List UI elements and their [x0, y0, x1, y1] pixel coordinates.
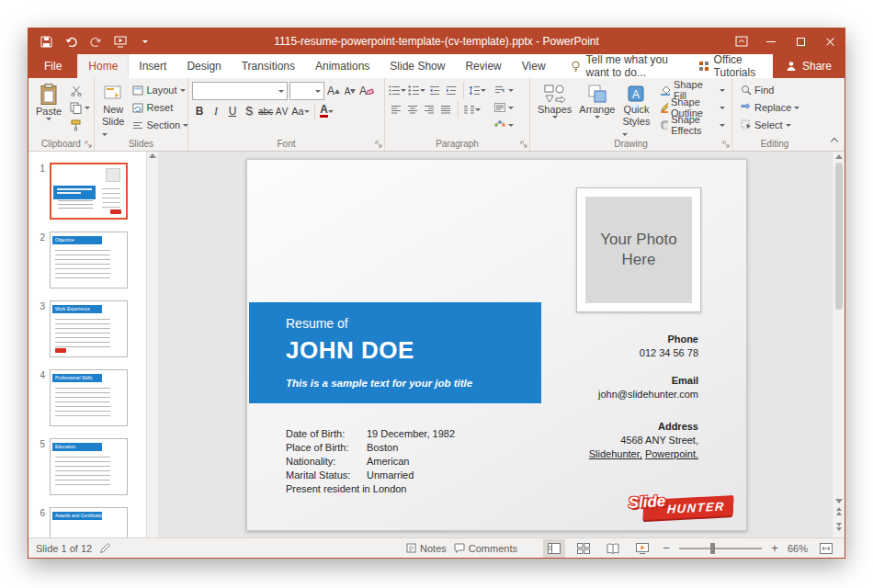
- convert-to-smartart-button[interactable]: [492, 117, 516, 133]
- justify-button[interactable]: [438, 101, 453, 118]
- customize-qat-icon[interactable]: [137, 33, 153, 50]
- vertical-scrollbar[interactable]: [832, 152, 845, 537]
- powerpoint-link[interactable]: Powerpoint.: [645, 448, 698, 459]
- clipboard-dialog-launcher-icon[interactable]: [85, 141, 92, 148]
- replace-button[interactable]: Replace: [738, 99, 802, 116]
- thumbnail-slide-5[interactable]: Education: [50, 438, 128, 495]
- slide-sorter-view-button[interactable]: [573, 539, 595, 558]
- thumbnail-item-2[interactable]: 2 Objective: [38, 232, 141, 288]
- previous-slide-button[interactable]: [836, 503, 842, 519]
- scrollbar-thumb[interactable]: [835, 163, 843, 310]
- notes-button[interactable]: Notes: [406, 543, 447, 554]
- font-color-button[interactable]: A: [320, 103, 334, 119]
- increase-font-size-button[interactable]: A: [326, 83, 341, 99]
- tab-insert[interactable]: Insert: [129, 54, 176, 78]
- columns-button[interactable]: [463, 101, 481, 118]
- minimize-button[interactable]: [756, 28, 786, 54]
- bold-button[interactable]: B: [192, 103, 207, 119]
- zoom-slider-handle[interactable]: [710, 543, 715, 554]
- numbering-button[interactable]: [408, 82, 425, 98]
- underline-button[interactable]: U: [225, 103, 240, 119]
- tab-design[interactable]: Design: [176, 54, 231, 78]
- redo-icon[interactable]: [87, 33, 104, 50]
- maximize-button[interactable]: [786, 28, 815, 54]
- change-case-button[interactable]: Aa: [291, 103, 309, 119]
- decrease-font-size-button[interactable]: A: [343, 83, 357, 99]
- ribbon-display-options-icon[interactable]: [727, 28, 756, 54]
- text-direction-button[interactable]: [492, 82, 516, 98]
- next-slide-button[interactable]: [836, 519, 842, 535]
- paragraph-dialog-launcher-icon[interactable]: [520, 141, 527, 148]
- office-tutorials-button[interactable]: Office Tutorials: [689, 54, 773, 78]
- layout-button[interactable]: Layout: [130, 82, 191, 98]
- thumbnail-slide-4[interactable]: Professional Skills: [50, 369, 128, 426]
- select-button[interactable]: Select: [738, 117, 802, 133]
- save-icon[interactable]: [38, 33, 54, 50]
- align-right-button[interactable]: [422, 101, 436, 118]
- shape-effects-button[interactable]: Shape Effects: [657, 117, 728, 133]
- thumbnail-item-1[interactable]: 1: [38, 163, 141, 220]
- scroll-up-icon[interactable]: [149, 153, 156, 158]
- slide[interactable]: Your Photo Here Resume of JOHN DOE This …: [246, 159, 747, 531]
- tab-view[interactable]: View: [512, 54, 556, 78]
- bullets-button[interactable]: [389, 82, 406, 98]
- normal-view-button[interactable]: [543, 539, 565, 558]
- thumbnail-slide-3[interactable]: Work Experience: [50, 300, 128, 357]
- zoom-in-button[interactable]: +: [769, 541, 780, 555]
- copy-button[interactable]: [67, 99, 93, 116]
- slide-show-button[interactable]: [631, 539, 653, 558]
- quick-styles-button[interactable]: A Quick Styles: [618, 82, 653, 141]
- slidehunter-link[interactable]: Slidehunter,: [589, 448, 642, 459]
- tell-me-box[interactable]: Tell me what you want to do...: [571, 54, 689, 78]
- thumbnail-item-6[interactable]: 6 Awards and Certifications: [38, 507, 141, 537]
- collapse-ribbon-icon[interactable]: [832, 131, 837, 148]
- contact-block[interactable]: Phone 012 34 56 78 Email john@slidehunte…: [589, 333, 698, 461]
- share-button[interactable]: Share: [773, 54, 845, 78]
- align-text-button[interactable]: [492, 99, 516, 116]
- section-button[interactable]: Section: [130, 117, 191, 133]
- title-banner[interactable]: Resume of JOHN DOE This is a sample text…: [249, 302, 541, 403]
- thumbnail-item-5[interactable]: 5 Education: [38, 438, 141, 495]
- thumbnail-slide-6[interactable]: Awards and Certifications: [50, 507, 128, 537]
- line-spacing-button[interactable]: [469, 82, 486, 98]
- thumbnail-item-4[interactable]: 4 Professional Skills: [38, 369, 141, 426]
- align-center-button[interactable]: [405, 101, 420, 118]
- clear-formatting-button[interactable]: A: [359, 83, 374, 99]
- start-from-beginning-icon[interactable]: [112, 33, 129, 50]
- thumbnail-slide-2[interactable]: Objective: [50, 232, 128, 288]
- reset-button[interactable]: Reset: [130, 99, 191, 116]
- tab-transitions[interactable]: Transitions: [232, 54, 305, 78]
- photo-placeholder[interactable]: Your Photo Here: [576, 187, 701, 312]
- italic-button[interactable]: I: [209, 103, 223, 119]
- format-painter-button[interactable]: [67, 117, 93, 133]
- ink-pen-icon[interactable]: [99, 542, 111, 554]
- find-button[interactable]: Find: [738, 82, 802, 98]
- decrease-indent-button[interactable]: [427, 82, 442, 98]
- new-slide-button[interactable]: New Slide: [98, 82, 128, 141]
- increase-indent-button[interactable]: [444, 82, 459, 98]
- tab-slide-show[interactable]: Slide Show: [380, 54, 455, 78]
- strikethrough-button[interactable]: abc: [258, 103, 273, 119]
- align-left-button[interactable]: [389, 101, 403, 118]
- tab-review[interactable]: Review: [455, 54, 511, 78]
- undo-icon[interactable]: [62, 33, 79, 50]
- zoom-out-button[interactable]: −: [661, 541, 672, 555]
- scroll-up-icon[interactable]: [835, 154, 843, 159]
- paste-button[interactable]: Paste: [32, 82, 65, 122]
- zoom-level[interactable]: 66%: [788, 543, 808, 554]
- font-name-combobox[interactable]: [192, 82, 288, 100]
- close-button[interactable]: [815, 28, 845, 54]
- shapes-button[interactable]: Shapes: [534, 82, 575, 120]
- personal-details[interactable]: Date of Birth:19 December, 1982 Place of…: [286, 427, 455, 496]
- font-dialog-launcher-icon[interactable]: [375, 141, 382, 148]
- tab-file[interactable]: File: [28, 54, 77, 78]
- text-shadow-button[interactable]: S: [242, 103, 256, 119]
- reading-view-button[interactable]: [602, 539, 624, 558]
- thumbnail-item-3[interactable]: 3 Work Experience: [38, 300, 141, 357]
- drawing-dialog-launcher-icon[interactable]: [722, 141, 730, 148]
- character-spacing-button[interactable]: AV: [275, 103, 289, 119]
- tab-home[interactable]: Home: [77, 54, 129, 78]
- fit-slide-to-window-button[interactable]: [815, 539, 837, 558]
- arrange-button[interactable]: Arrange: [575, 82, 618, 120]
- zoom-slider[interactable]: [679, 548, 762, 549]
